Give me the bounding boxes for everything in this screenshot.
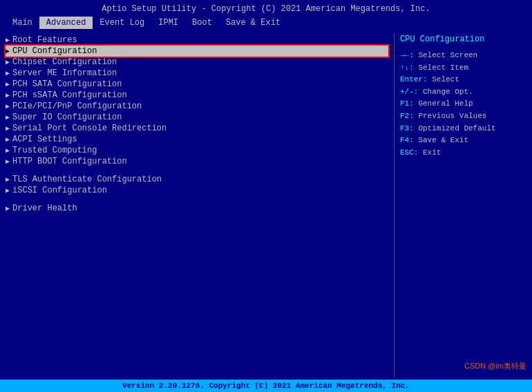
key-desc: Save & Exit (418, 136, 468, 144)
help-title: CPU Configuration (400, 35, 526, 44)
menu-item-label: TLS Authenticate Configuration (12, 175, 162, 184)
menu-list-item[interactable]: ▶ACPI Settings (6, 134, 388, 145)
menu-item-ipmi[interactable]: IPMI (151, 17, 185, 29)
menu-item-label: Chipset Configuration (12, 57, 117, 67)
arrow-icon: ▶ (6, 186, 10, 195)
menu-list-item[interactable]: ▶PCIe/PCI/PnP Configuration (6, 101, 388, 112)
key-help: →←: Select Screen↑↓: Select ItemEnter: S… (400, 50, 526, 159)
arrow-icon: ▶ (6, 175, 10, 184)
key-help-line: ESC: Exit (400, 147, 526, 159)
menu-item-label: Server ME Information (12, 68, 117, 78)
menu-list-item[interactable]: ▶Server ME Information (6, 68, 388, 79)
key-help-line: +/-: Change Opt. (400, 86, 526, 99)
menu-list-item[interactable]: ▶Trusted Computing (6, 145, 388, 156)
menu-list-section3: ▶Driver Health (6, 203, 388, 214)
menu-item-label: PCH sSATA Configuration (12, 90, 127, 100)
menu-item-advanced[interactable]: Advanced (39, 17, 93, 29)
menu-item-label: Root Features (12, 35, 77, 45)
arrow-icon: ▶ (6, 157, 10, 166)
arrow-icon: ▶ (6, 91, 10, 99)
menu-list-item[interactable]: ▶Root Features (6, 35, 388, 46)
menu-item-label: HTTP BOOT Configuration (12, 157, 127, 166)
key-desc: Change Opt. (423, 88, 473, 96)
menu-item-save-&-exit[interactable]: Save & Exit (219, 17, 287, 29)
key-desc: General Help (418, 99, 473, 108)
bios-screen: Aptio Setup Utility - Copyright (C) 2021… (0, 0, 532, 392)
key-label: +/-: (400, 88, 423, 96)
menu-list-item[interactable]: ▶Super IO Configuration (6, 112, 388, 123)
menu-item-label: Driver Health (12, 204, 77, 213)
key-help-line: →←: Select Screen (400, 50, 526, 62)
arrow-icon: ▶ (6, 204, 10, 213)
menu-item-main[interactable]: Main (6, 17, 39, 29)
key-desc: Optimized Default (418, 124, 495, 133)
menu-item-boot[interactable]: Boot (185, 17, 219, 29)
key-label: →←: (400, 51, 418, 59)
menu-list-item[interactable]: ▶CPU Configuration (6, 46, 388, 57)
key-help-line: F2: Previous Values (400, 110, 526, 123)
arrow-icon: ▶ (6, 47, 10, 55)
key-label: F4: (400, 136, 418, 144)
key-label: F3: (400, 124, 418, 133)
arrow-icon: ▶ (6, 135, 10, 144)
key-label: ↑↓: (400, 63, 418, 72)
menu-item-label: PCH SATA Configuration (12, 79, 122, 89)
arrow-icon: ▶ (6, 80, 10, 88)
title-text: Aptio Setup Utility - Copyright (C) 2021… (102, 4, 430, 14)
key-desc: Exit (423, 148, 441, 157)
menu-list-item[interactable]: ▶TLS Authenticate Configuration (6, 174, 388, 185)
menu-item-event-log[interactable]: Event Log (93, 17, 151, 29)
key-help-line: ↑↓: Select Item (400, 62, 526, 75)
menu-list-item[interactable]: ▶Driver Health (6, 203, 388, 214)
watermark: CSDN @im奥特曼 (464, 361, 526, 371)
menu-item-label: Super IO Configuration (12, 112, 122, 122)
menu-list-item[interactable]: ▶Chipset Configuration (6, 57, 388, 68)
key-desc: Select Item (418, 63, 468, 72)
menu-item-label: ACPI Settings (12, 135, 77, 144)
arrow-icon: ▶ (6, 113, 10, 121)
menu-bar: MainAdvancedEvent LogIPMIBootSave & Exit (0, 15, 532, 30)
menu-item-label: PCIe/PCI/PnP Configuration (12, 101, 142, 111)
menu-item-label: iSCSI Configuration (12, 186, 107, 195)
menu-list-item[interactable]: ▶HTTP BOOT Configuration (6, 156, 388, 167)
arrow-icon: ▶ (6, 69, 10, 77)
title-bar: Aptio Setup Utility - Copyright (C) 2021… (0, 0, 532, 15)
status-text: Version 2.20.1276. Copyright (C) 2021 Am… (122, 382, 410, 390)
menu-list: ▶Root Features▶CPU Configuration▶Chipset… (6, 35, 388, 167)
key-label: F1: (400, 99, 418, 108)
arrow-icon: ▶ (6, 124, 10, 133)
menu-item-label: CPU Configuration (12, 46, 97, 56)
menu-list-item[interactable]: ▶PCH sSATA Configuration (6, 90, 388, 101)
help-content: →←: Select Screen↑↓: Select ItemEnter: S… (400, 50, 526, 375)
arrow-icon: ▶ (6, 146, 10, 155)
arrow-icon: ▶ (6, 58, 10, 66)
menu-list-item[interactable]: ▶Serial Port Console Redirection (6, 123, 388, 134)
key-label: Enter: (400, 75, 432, 84)
menu-item-label: Trusted Computing (12, 146, 97, 155)
menu-list-item[interactable]: ▶PCH SATA Configuration (6, 79, 388, 90)
left-panel: ▶Root Features▶CPU Configuration▶Chipset… (0, 33, 394, 377)
menu-item-label: Serial Port Console Redirection (12, 124, 167, 133)
status-bar: Version 2.20.1276. Copyright (C) 2021 Am… (0, 380, 532, 392)
key-desc: Select (432, 75, 459, 84)
key-label: ESC: (400, 148, 423, 157)
menu-list-section2: ▶TLS Authenticate Configuration▶iSCSI Co… (6, 174, 388, 196)
key-desc: Previous Values (418, 112, 486, 120)
main-content: ▶Root Features▶CPU Configuration▶Chipset… (0, 30, 532, 380)
key-help-line: F3: Optimized Default (400, 123, 526, 135)
arrow-icon: ▶ (6, 36, 10, 44)
key-desc: Select Screen (418, 51, 477, 59)
key-help-line: F1: General Help (400, 98, 526, 110)
key-help-line: F4: Save & Exit (400, 135, 526, 147)
right-panel: CPU Configuration →←: Select Screen↑↓: S… (394, 33, 532, 377)
arrow-icon: ▶ (6, 102, 10, 110)
key-help-line: Enter: Select (400, 74, 526, 86)
menu-list-item[interactable]: ▶iSCSI Configuration (6, 185, 388, 196)
key-label: F2: (400, 112, 418, 120)
